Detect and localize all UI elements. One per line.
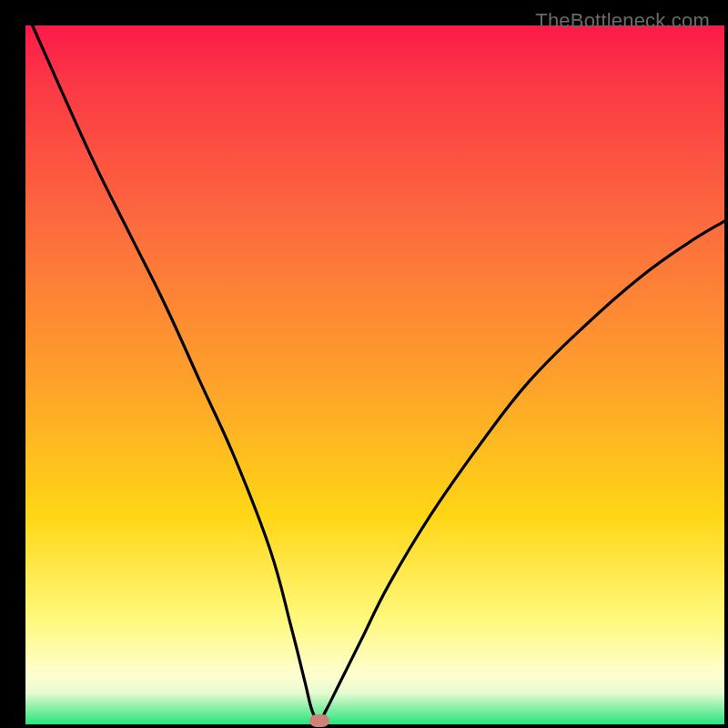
watermark-text: TheBottleneck.com	[535, 9, 710, 33]
plot-area	[25, 25, 724, 724]
optimal-marker	[309, 714, 329, 727]
chart-frame: TheBottleneck.com	[11, 11, 717, 717]
bottleneck-curve	[25, 25, 724, 724]
